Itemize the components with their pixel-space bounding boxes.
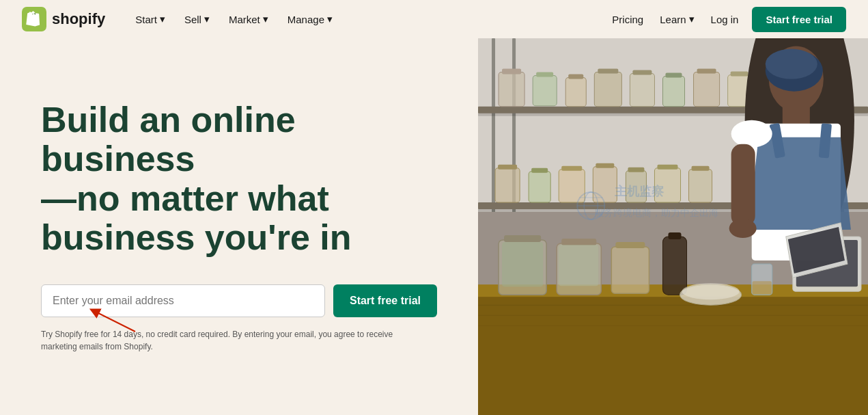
nav-login[interactable]: Log in: [708, 8, 742, 31]
svg-rect-35: [529, 172, 550, 202]
nav-item-manage[interactable]: Manage ▾: [279, 8, 341, 31]
svg-rect-21: [694, 72, 720, 107]
svg-rect-42: [628, 168, 644, 172]
nav-links-left: Start ▾ Sell ▾ Market ▾ Manage ▾: [127, 8, 609, 31]
hero-heading-line3: business you're in: [41, 217, 352, 257]
hero-cta-button[interactable]: Start free trial: [333, 284, 437, 317]
hero-section: Build an online business —no matter what…: [0, 38, 868, 415]
svg-point-64: [682, 283, 740, 299]
svg-rect-18: [632, 70, 652, 75]
svg-rect-46: [692, 166, 710, 171]
svg-rect-54: [504, 235, 541, 242]
svg-rect-40: [596, 163, 614, 168]
nav-manage-label: Manage: [288, 14, 324, 25]
nav-pricing[interactable]: Pricing: [609, 8, 646, 31]
svg-rect-13: [565, 78, 586, 107]
hero-heading-line1: Build an online business: [41, 100, 296, 178]
arrow-annotation: Try Shopify free for 14 days, no credit …: [41, 328, 437, 353]
svg-rect-66: [753, 281, 772, 294]
svg-rect-12: [536, 72, 553, 77]
svg-rect-17: [630, 74, 654, 107]
svg-rect-61: [662, 237, 686, 295]
email-input[interactable]: [41, 284, 325, 317]
svg-rect-34: [498, 165, 517, 170]
svg-rect-20: [665, 73, 682, 78]
navbar: shopify Start ▾ Sell ▾ Market ▾ Manage ▾…: [0, 0, 868, 38]
svg-rect-78: [731, 144, 755, 226]
svg-rect-16: [598, 69, 618, 74]
svg-rect-14: [568, 75, 583, 79]
svg-rect-44: [657, 165, 677, 170]
logo-link[interactable]: shopify: [22, 7, 105, 31]
svg-point-79: [729, 219, 757, 238]
nav-item-sell[interactable]: Sell ▾: [176, 8, 218, 31]
nav-learn-label: Learn: [660, 14, 686, 25]
hero-heading: Build an online business —no matter what…: [41, 101, 437, 257]
nav-item-learn[interactable]: Learn ▾: [657, 8, 697, 31]
svg-rect-3: [492, 38, 495, 216]
shopify-bag-icon: [22, 7, 46, 31]
svg-rect-45: [689, 170, 712, 202]
nav-start-chevron: ▾: [160, 13, 165, 25]
logo-text: shopify: [52, 10, 105, 28]
svg-rect-9: [499, 72, 524, 107]
svg-rect-10: [502, 69, 521, 75]
nav-manage-chevron: ▾: [327, 13, 333, 25]
nav-cta-button[interactable]: Start free trial: [752, 7, 846, 32]
svg-rect-24: [731, 72, 748, 77]
nav-links-right: Pricing Learn ▾ Log in Start free trial: [609, 7, 846, 32]
hero-form: Start free trial: [41, 284, 437, 317]
svg-text:服务跨境电商，助力中企出海: 服务跨境电商，助力中企出海: [594, 207, 718, 218]
svg-rect-36: [531, 168, 548, 173]
svg-rect-59: [611, 247, 649, 293]
nav-learn-chevron: ▾: [689, 13, 695, 25]
svg-rect-49: [478, 297, 868, 415]
svg-rect-57: [561, 239, 596, 245]
svg-point-77: [731, 120, 772, 148]
svg-rect-62: [668, 232, 681, 239]
hero-disclaimer: Try Shopify free for 14 days, no credit …: [41, 328, 396, 353]
svg-rect-19: [662, 77, 684, 107]
hero-heading-line2: —no matter what: [41, 178, 329, 218]
nav-market-chevron: ▾: [263, 13, 268, 25]
nav-item-start[interactable]: Start ▾: [127, 8, 173, 31]
nav-market-label: Market: [229, 14, 260, 25]
svg-rect-33: [495, 168, 520, 202]
svg-text:主机监察: 主机监察: [615, 184, 664, 198]
svg-rect-11: [533, 76, 557, 106]
svg-point-72: [766, 49, 817, 79]
hero-scene-svg: 主机监察 服务跨境电商，助力中企出海: [478, 38, 868, 415]
svg-rect-15: [594, 72, 621, 107]
hero-image: 主机监察 服务跨境电商，助力中企出海: [478, 38, 868, 415]
svg-rect-38: [561, 166, 582, 171]
nav-sell-label: Sell: [184, 14, 201, 25]
svg-rect-22: [697, 69, 716, 74]
svg-rect-60: [615, 242, 645, 248]
svg-rect-58: [559, 245, 598, 286]
nav-sell-chevron: ▾: [204, 13, 210, 25]
svg-rect-55: [502, 242, 543, 286]
nav-start-label: Start: [135, 14, 157, 25]
nav-item-market[interactable]: Market ▾: [221, 8, 277, 31]
hero-left: Build an online business —no matter what…: [0, 38, 478, 415]
